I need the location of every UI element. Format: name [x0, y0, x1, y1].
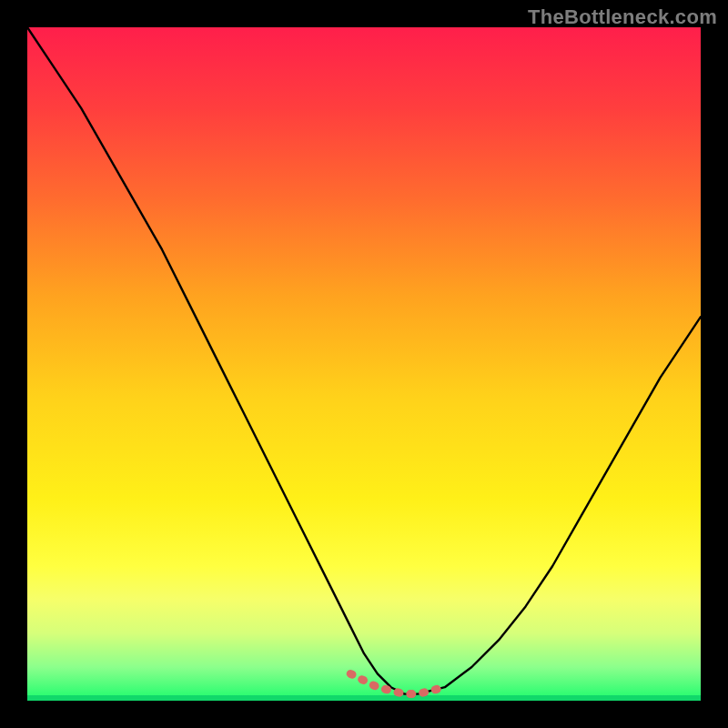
- bottleneck-curve: [27, 27, 701, 694]
- chart-root: TheBottleneck.com: [0, 0, 728, 728]
- curve-overlay: [27, 27, 701, 701]
- watermark-text: TheBottleneck.com: [528, 5, 717, 29]
